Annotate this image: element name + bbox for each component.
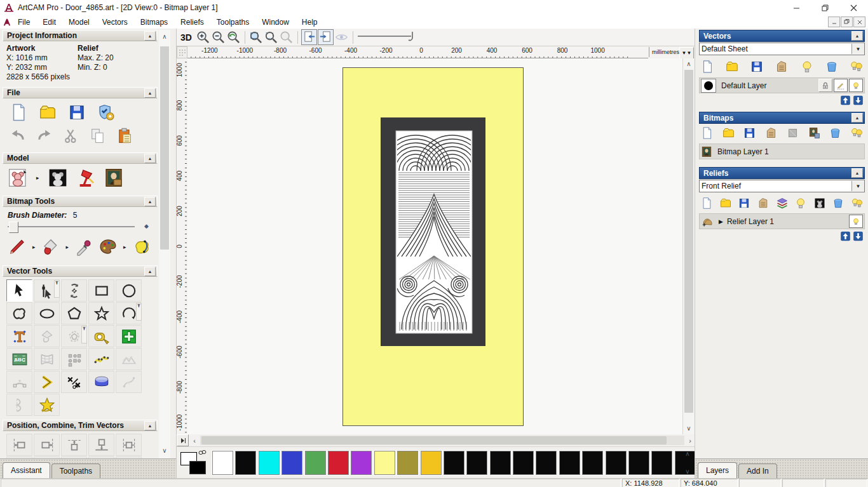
relief-layer-row[interactable]: ▶ Relief Layer 1 bbox=[699, 213, 865, 229]
save-layer-icon[interactable] bbox=[743, 126, 756, 140]
create-rectangle-icon[interactable] bbox=[88, 279, 114, 302]
collapse-button[interactable]: ▲ bbox=[851, 113, 863, 123]
trim-vectors-icon[interactable] bbox=[61, 371, 87, 393]
secondary-colour-swatch[interactable] bbox=[189, 461, 206, 474]
open-layer-icon[interactable] bbox=[719, 197, 732, 210]
menu-model[interactable]: Model bbox=[62, 17, 96, 28]
zoom-fit-icon[interactable] bbox=[248, 30, 263, 44]
collapse-button[interactable]: ▲ bbox=[144, 88, 156, 98]
envelope-distort-icon[interactable] bbox=[34, 348, 60, 370]
save-model-icon[interactable] bbox=[67, 103, 86, 122]
new-model-icon[interactable] bbox=[9, 103, 28, 122]
paste-icon[interactable] bbox=[116, 127, 133, 145]
mdi-close-button[interactable] bbox=[853, 17, 865, 27]
collapse-button[interactable]: ▲ bbox=[144, 421, 156, 430]
new-layer-icon[interactable] bbox=[700, 126, 714, 140]
pan-button[interactable] bbox=[177, 434, 189, 446]
align-top-icon[interactable] bbox=[61, 434, 87, 456]
colour-swatch-3[interactable] bbox=[281, 451, 302, 475]
colour-swatch-0[interactable] bbox=[212, 451, 233, 475]
create-text-icon[interactable] bbox=[6, 325, 32, 347]
menu-vectors[interactable]: Vectors bbox=[96, 17, 134, 28]
layer-visibility-icon[interactable] bbox=[849, 215, 863, 228]
create-arc-icon[interactable]: Ŧ bbox=[116, 302, 142, 324]
colour-swatch-7[interactable] bbox=[374, 451, 395, 475]
collapse-button[interactable]: ▲ bbox=[851, 31, 863, 41]
toggle-visibility-icon[interactable] bbox=[794, 197, 807, 210]
delete-layer-icon[interactable] bbox=[832, 197, 844, 210]
new-layer-icon[interactable] bbox=[700, 197, 713, 210]
copy-icon[interactable] bbox=[89, 127, 107, 145]
scroll-left-icon[interactable]: ‹ bbox=[190, 437, 199, 444]
text-block-icon[interactable]: ABC bbox=[6, 348, 32, 370]
link-colours-icon[interactable] bbox=[198, 450, 207, 456]
toggle-visibility-icon[interactable] bbox=[800, 60, 814, 74]
save-layer-icon[interactable] bbox=[750, 60, 764, 74]
flood-fill-icon[interactable] bbox=[41, 237, 60, 257]
open-layer-icon[interactable] bbox=[722, 126, 735, 140]
fade-relief-icon[interactable] bbox=[334, 30, 349, 44]
new-layer-icon[interactable] bbox=[700, 60, 714, 74]
scroll-right-icon[interactable]: › bbox=[686, 437, 695, 444]
flyout-arrow-icon[interactable]: ▸ bbox=[32, 244, 36, 250]
colour-swatch-16[interactable] bbox=[582, 451, 603, 475]
brush-diameter-slider[interactable]: ◆ bbox=[8, 221, 153, 232]
scrollbar-thumb[interactable] bbox=[201, 436, 667, 444]
delete-layer-icon[interactable] bbox=[825, 60, 839, 74]
join-vectors-icon[interactable] bbox=[34, 371, 60, 393]
simplify-vectors-icon[interactable] bbox=[116, 348, 142, 370]
toggle-3d-view-button[interactable]: 3D bbox=[180, 32, 192, 43]
block-paste-icon[interactable] bbox=[61, 348, 87, 370]
restore-button[interactable] bbox=[811, 0, 839, 15]
menu-edit[interactable]: Edit bbox=[36, 17, 62, 28]
offset-vectors-icon[interactable]: Ŧ bbox=[61, 325, 87, 347]
align-right-icon[interactable] bbox=[34, 434, 60, 456]
undo-icon[interactable] bbox=[9, 127, 27, 145]
colour-swatch-12[interactable] bbox=[490, 451, 511, 475]
collapse-button[interactable]: ▲ bbox=[144, 267, 156, 276]
slider-handle[interactable] bbox=[9, 222, 18, 233]
menu-file[interactable]: File bbox=[11, 17, 36, 28]
tab-layers[interactable]: Layers bbox=[698, 462, 737, 478]
tab-assistant[interactable]: Assistant bbox=[3, 462, 50, 478]
zoom-in-icon[interactable] bbox=[196, 30, 210, 44]
scrollbar-thumb[interactable] bbox=[684, 70, 693, 413]
colour-swatch-2[interactable] bbox=[259, 451, 280, 475]
menu-help[interactable]: Help bbox=[295, 17, 324, 28]
paint-icon[interactable] bbox=[8, 237, 27, 257]
minimize-button[interactable] bbox=[782, 0, 811, 15]
node-editing-icon[interactable]: Ŧ bbox=[34, 279, 60, 302]
wrap-text-icon[interactable] bbox=[34, 325, 60, 347]
colour-swatch-19[interactable] bbox=[651, 451, 672, 475]
model-properties-icon[interactable] bbox=[97, 103, 116, 122]
dropdown-arrow-icon[interactable]: ▼ bbox=[851, 44, 864, 54]
expand-arrow-icon[interactable]: ▶ bbox=[719, 218, 723, 225]
flyout-arrow-icon[interactable]: ▸ bbox=[66, 244, 69, 250]
invert-model-icon[interactable] bbox=[48, 168, 68, 188]
set-model-size-icon[interactable] bbox=[8, 168, 28, 188]
move-layer-up-button[interactable] bbox=[840, 231, 851, 241]
collapse-button[interactable]: ▲ bbox=[851, 168, 863, 178]
mdi-restore-button[interactable] bbox=[841, 17, 853, 27]
fit-arcs-icon[interactable] bbox=[6, 371, 32, 393]
colour-picker-icon[interactable] bbox=[74, 237, 93, 257]
all-visibility-icon[interactable] bbox=[851, 197, 864, 210]
menu-window[interactable]: Window bbox=[255, 17, 295, 28]
scrollbar-thumb[interactable] bbox=[160, 46, 169, 250]
combine-layers-icon[interactable] bbox=[776, 197, 789, 210]
colour-swatch-13[interactable] bbox=[513, 451, 534, 475]
zoom-selected-icon[interactable] bbox=[279, 30, 294, 44]
move-layer-up-button[interactable] bbox=[840, 95, 851, 105]
drawing-canvas[interactable] bbox=[187, 58, 681, 434]
menu-bitmaps[interactable]: Bitmaps bbox=[134, 17, 174, 28]
merge-layers-icon[interactable] bbox=[764, 126, 778, 140]
flyout-pin[interactable]: Ŧ bbox=[81, 326, 87, 344]
colour-swatch-1[interactable] bbox=[235, 451, 256, 475]
save-layer-icon[interactable] bbox=[738, 197, 750, 210]
redo-icon[interactable] bbox=[36, 127, 53, 145]
vector-layer-row[interactable]: Default Layer bbox=[699, 77, 865, 93]
load-bitmap-icon[interactable] bbox=[104, 168, 124, 188]
greyscale-icon[interactable] bbox=[808, 126, 821, 140]
canvas-hscrollbar[interactable] bbox=[200, 436, 684, 445]
scroll-down-icon[interactable]: ∨ bbox=[159, 446, 170, 455]
